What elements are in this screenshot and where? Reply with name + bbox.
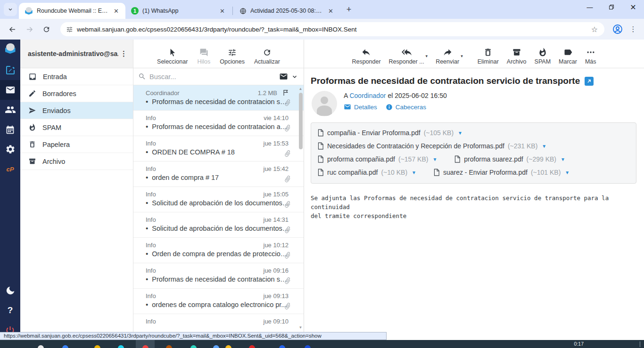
taskbar-icon[interactable] bbox=[225, 345, 231, 348]
tab-close-icon[interactable]: ✕ bbox=[218, 7, 227, 15]
nav-settings[interactable] bbox=[0, 139, 20, 159]
attachment-item[interactable]: suarez - Enviar Proforma.pdf (~101 KB) ▼ bbox=[433, 169, 570, 176]
tab-roundcube[interactable]: Roundcube Webmail :: Enviados ✕ bbox=[19, 3, 125, 19]
folder-item-borradores[interactable]: Borradores bbox=[20, 85, 133, 102]
search-scope-mail-icon[interactable] bbox=[279, 72, 288, 81]
taskbar-icon[interactable] bbox=[94, 345, 100, 348]
url-bar[interactable]: webmail.sanjuan.gob.ec/cpsess0220656431/… bbox=[60, 22, 604, 36]
list-scrollbar[interactable]: ▲ ▼ bbox=[297, 85, 304, 340]
folder-label: Borradores bbox=[42, 90, 76, 97]
folder-options-icon[interactable]: ⋮ bbox=[118, 49, 129, 58]
headers-link[interactable]: Cabeceras bbox=[386, 104, 426, 111]
tab-search-button[interactable] bbox=[4, 3, 17, 16]
nav-calendar[interactable] bbox=[0, 120, 20, 139]
select-button[interactable]: Seleccionar bbox=[157, 48, 188, 65]
taskbar-icon[interactable] bbox=[62, 345, 68, 348]
attachment-caret-icon[interactable]: ▼ bbox=[412, 170, 416, 175]
spam-button[interactable]: SPAM bbox=[535, 48, 551, 65]
taskbar-icon[interactable] bbox=[142, 345, 149, 348]
dark-mode-button[interactable] bbox=[0, 281, 20, 300]
account-header[interactable]: asistente-administrativo@sa... ⋮ bbox=[20, 40, 133, 68]
scroll-thumb[interactable] bbox=[299, 93, 303, 149]
threads-button[interactable]: Hilos bbox=[197, 48, 210, 65]
attachment-item[interactable]: proforma compañia.pdf (~157 KB) ▼ bbox=[317, 155, 437, 163]
show-desktop-divider[interactable] bbox=[640, 341, 640, 347]
folder-item-papelera[interactable]: Papelera bbox=[20, 136, 133, 153]
attachment-item[interactable]: Necesidades de Contratación y Recepción … bbox=[317, 142, 546, 150]
nav-mail[interactable] bbox=[0, 80, 20, 100]
attachment-caret-icon[interactable]: ▼ bbox=[561, 157, 565, 162]
message-row[interactable]: Infovie 14:10 •Proformas de necesidad de… bbox=[133, 111, 304, 136]
profile-button[interactable] bbox=[610, 22, 625, 37]
reply-all-button[interactable]: Responder ... bbox=[389, 47, 424, 65]
flag-icon[interactable] bbox=[282, 89, 289, 97]
attachment-caret-icon[interactable]: ▼ bbox=[458, 130, 462, 136]
flame-icon bbox=[28, 123, 36, 131]
refresh-button[interactable]: Actualizar bbox=[254, 48, 280, 65]
archive-button[interactable]: Archivo bbox=[507, 48, 527, 65]
attachment-caret-icon[interactable]: ▼ bbox=[542, 144, 546, 149]
recipient-link[interactable]: Coordinador bbox=[349, 92, 386, 99]
new-tab-button[interactable]: + bbox=[343, 3, 355, 16]
tab-close-icon[interactable]: ✕ bbox=[326, 7, 335, 15]
message-row[interactable]: Infojue 15:53 •ORDEN DE COMPRA # 18 bbox=[133, 136, 304, 162]
attachment-caret-icon[interactable]: ▼ bbox=[565, 170, 570, 175]
scroll-up-icon[interactable]: ▲ bbox=[297, 87, 304, 91]
taskbar-icon[interactable] bbox=[118, 345, 124, 348]
open-in-new-window-button[interactable] bbox=[585, 77, 594, 86]
reply-all-caret-icon[interactable]: ▾ bbox=[426, 54, 428, 65]
attachment-caret-icon[interactable]: ▼ bbox=[432, 157, 437, 162]
options-button[interactable]: Opciones bbox=[220, 48, 245, 65]
attachment-item[interactable]: proforma suarez.pdf (~299 KB) ▼ bbox=[454, 155, 565, 163]
forward-caret-icon[interactable]: ▾ bbox=[461, 54, 463, 65]
delete-button[interactable]: Eliminar bbox=[478, 48, 499, 65]
folder-item-entrada[interactable]: Entrada bbox=[20, 68, 133, 85]
taskbar-icon[interactable] bbox=[279, 345, 285, 348]
taskbar-icon[interactable] bbox=[213, 345, 219, 348]
bookmark-star-icon[interactable]: ☆ bbox=[589, 25, 600, 34]
help-button[interactable]: ? bbox=[0, 300, 20, 320]
reply-button[interactable]: Responder bbox=[352, 47, 380, 65]
search-options-chevron-icon[interactable] bbox=[291, 73, 298, 80]
more-button[interactable]: Más bbox=[585, 48, 596, 65]
minimize-button[interactable]: — bbox=[579, 0, 601, 14]
message-row[interactable]: Infojue 14:31 •Solicitud de aprobación d… bbox=[133, 212, 304, 238]
restore-button[interactable] bbox=[601, 0, 622, 14]
paperclip-icon bbox=[284, 150, 291, 157]
mark-button[interactable]: Marcar bbox=[559, 48, 577, 65]
attachment-item[interactable]: ruc compañia.pdf (~10 KB) ▼ bbox=[317, 169, 416, 176]
taskbar[interactable]: 0:17 bbox=[0, 340, 644, 348]
taskbar-icon[interactable] bbox=[166, 345, 172, 348]
message-row[interactable]: Coordinador1.2 MB •Proformas de necesida… bbox=[133, 85, 304, 111]
taskbar-icon[interactable] bbox=[38, 345, 44, 348]
close-button[interactable]: ✕ bbox=[622, 0, 644, 14]
nav-contacts[interactable] bbox=[0, 100, 20, 120]
browser-menu-button[interactable]: ⋮ bbox=[627, 22, 639, 37]
back-button[interactable] bbox=[5, 22, 20, 37]
taskbar-icon[interactable] bbox=[190, 345, 197, 348]
search-input[interactable] bbox=[149, 73, 276, 81]
message-row[interactable]: Infojue 09:13 •ordenes de compra catalog… bbox=[133, 289, 304, 314]
tab-actividad[interactable]: Actividad 2025-05-30 08:00:00 ✕ bbox=[234, 3, 340, 19]
reload-button[interactable] bbox=[39, 22, 54, 37]
message-row[interactable]: Infojue 15:05 •Solicitud de aprobación d… bbox=[133, 187, 304, 212]
nav-cpanel[interactable]: cP bbox=[0, 159, 20, 179]
forward-button[interactable]: Reenviar bbox=[436, 47, 459, 65]
folder-item-enviados[interactable]: Enviados bbox=[20, 102, 133, 119]
attachment-size: (~105 KB) bbox=[424, 129, 454, 137]
reply-all-label: Responder ... bbox=[389, 58, 424, 65]
message-row[interactable]: Infojue 15:42 •orden de compra # 17 bbox=[133, 162, 304, 187]
folder-item-archivo[interactable]: Archivo bbox=[20, 153, 133, 170]
forward-button[interactable] bbox=[22, 22, 37, 37]
attachment-item[interactable]: compañia - Enviar Proforma.pdf (~105 KB)… bbox=[317, 129, 462, 137]
tab-whatsapp[interactable]: 1 (1) WhatsApp ✕ bbox=[125, 3, 231, 19]
message-row[interactable]: Infojue 10:12 •Orden de compra de prenda… bbox=[133, 238, 304, 263]
folder-item-spam[interactable]: SPAM bbox=[20, 119, 133, 136]
details-link[interactable]: Detalles bbox=[344, 103, 377, 111]
compose-button[interactable] bbox=[0, 60, 20, 80]
taskbar-icon[interactable] bbox=[249, 345, 255, 348]
tab-close-icon[interactable]: ✕ bbox=[112, 7, 121, 15]
message-row[interactable]: Infojue 09:16 •Proformas de necesidad de… bbox=[133, 263, 304, 289]
taskbar-icon[interactable] bbox=[305, 345, 311, 348]
scroll-down-icon[interactable]: ▼ bbox=[297, 325, 304, 330]
